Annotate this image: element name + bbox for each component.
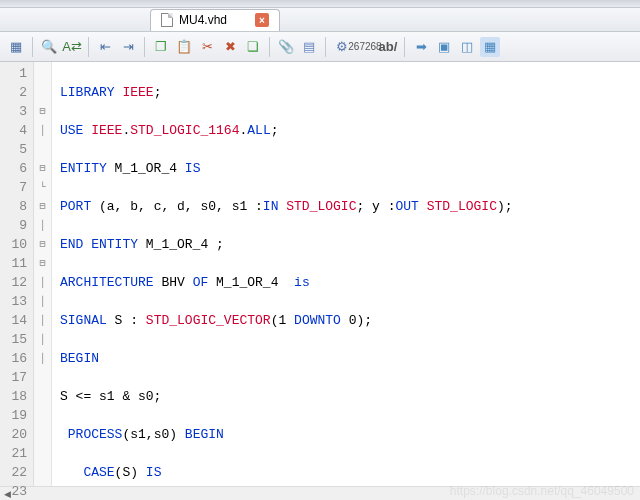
find-replace-icon[interactable]: A⇄ [62, 37, 82, 57]
indent-icon[interactable]: ⇥ [118, 37, 138, 57]
comment-icon[interactable]: ▤ [299, 37, 319, 57]
tab-bar: MU4.vhd × [0, 8, 640, 32]
zoom-ratio[interactable]: 267268 [355, 37, 375, 57]
find-icon[interactable]: 🔍 [39, 37, 59, 57]
tab-title: MU4.vhd [179, 13, 227, 27]
run-icon[interactable]: ➡ [411, 37, 431, 57]
copy-icon[interactable]: ❐ [151, 37, 171, 57]
cut-icon[interactable]: ✂ [197, 37, 217, 57]
text-format-icon[interactable]: ab/ [378, 37, 398, 57]
bookmark-icon[interactable]: ❏ [243, 37, 263, 57]
paste-icon[interactable]: 📋 [174, 37, 194, 57]
file-icon [161, 13, 173, 27]
delete-icon[interactable]: ✖ [220, 37, 240, 57]
close-icon[interactable]: × [255, 13, 269, 27]
fold-gutter[interactable]: ⊟ │⊟ └⊟│ ⊟⊟│ │││ │ [34, 62, 52, 486]
scroll-left-icon[interactable]: ◀ [0, 487, 14, 501]
window-top-edge [0, 0, 640, 8]
layout-icon[interactable]: ▦ [480, 37, 500, 57]
code-editor[interactable]: 123 456 789 101112 131415 161718 192021 … [0, 62, 640, 486]
toolbar: ▦ 🔍 A⇄ ⇤ ⇥ ❐ 📋 ✂ ✖ ❏ 📎 ▤ ⚙ 267268 ab/ ➡ … [0, 32, 640, 62]
code-area[interactable]: LIBRARY IEEE; USE IEEE.STD_LOGIC_1164.AL… [52, 62, 640, 486]
attach-icon[interactable]: 📎 [276, 37, 296, 57]
split-icon[interactable]: ◫ [457, 37, 477, 57]
toggle-panel-icon[interactable]: ▦ [6, 37, 26, 57]
file-tab[interactable]: MU4.vhd × [150, 9, 280, 31]
window-icon[interactable]: ▣ [434, 37, 454, 57]
outdent-icon[interactable]: ⇤ [95, 37, 115, 57]
line-gutter: 123 456 789 101112 131415 161718 192021 … [0, 62, 34, 486]
